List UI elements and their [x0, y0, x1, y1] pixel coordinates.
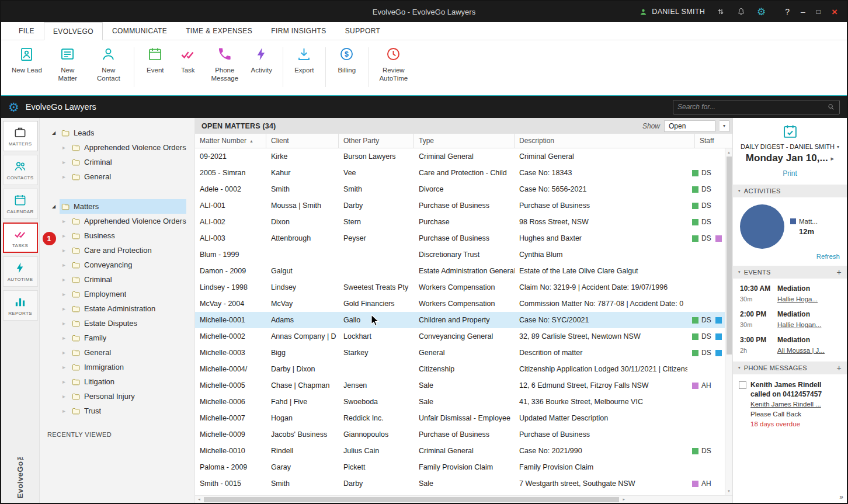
tree-item[interactable]: ▸ Immigration	[40, 360, 194, 374]
tree-collapsed-icon[interactable]: ▸	[62, 305, 70, 312]
tree-item[interactable]: ▸ General	[40, 345, 194, 360]
user-menu[interactable]: DANIEL SMITH	[639, 8, 705, 16]
tree-item-matters[interactable]: ◢ Matters	[40, 199, 194, 214]
event-item[interactable]: 3:00 PM 2h Mediation Ali Moussa | J...	[733, 330, 847, 356]
matter-row[interactable]: 2005 - Simran Kahur Vee Care and Protect…	[195, 165, 725, 181]
sidebar-item-autotime[interactable]: AUTOTIME	[3, 256, 38, 287]
tree-item-leads[interactable]: ◢ Leads	[40, 126, 194, 140]
column-header-staff[interactable]: Staff	[695, 134, 732, 148]
matter-row[interactable]: Adele - 0002 Smith Smith Divorce Case No…	[195, 181, 725, 197]
settings-gear-icon[interactable]: ⚙	[757, 7, 766, 17]
tree-collapsed-icon[interactable]: ▸	[62, 144, 70, 151]
export-button[interactable]: Export	[290, 44, 319, 95]
tree-collapsed-icon[interactable]: ▸	[62, 173, 70, 180]
matter-row[interactable]: Michelle-0009 Jacobs' Business Giannopou…	[195, 426, 725, 443]
tree-item[interactable]: ▸ Personal Injury	[40, 389, 194, 404]
add-event-button[interactable]: +	[837, 267, 842, 277]
sidebar-item-matters[interactable]: MATTERS	[3, 121, 38, 151]
digest-title-dropdown[interactable]: DAILY DIGEST - DANIEL SMITH ▾	[738, 143, 842, 150]
horizontal-scroll-thumb[interactable]	[204, 497, 619, 502]
tree-collapsed-icon[interactable]: ▸	[62, 247, 70, 253]
close-button[interactable]: ×	[832, 7, 837, 17]
show-filter-dropdown[interactable]: Open	[664, 120, 715, 132]
matter-row[interactable]: Damon - 2009 Galgut Estate Administratio…	[195, 263, 725, 279]
sidebar-item-tasks[interactable]: TASKS 1	[3, 223, 38, 253]
recently-viewed-label[interactable]: RECENTLY VIEWED	[40, 431, 194, 438]
event-contact-link[interactable]: Ali Moussa | J...	[777, 347, 842, 354]
tree-collapsed-icon[interactable]: ▸	[62, 364, 70, 370]
tree-collapsed-icon[interactable]: ▸	[62, 218, 70, 224]
matter-row[interactable]: Paloma - 2009 Garay Pickett Family Provi…	[195, 459, 725, 475]
new-matter-button[interactable]: New Matter	[49, 44, 86, 95]
column-header-other-party[interactable]: Other Party	[339, 134, 414, 148]
new-lead-button[interactable]: New Lead	[8, 44, 46, 95]
show-filter-dropdown-arrow[interactable]: ▾	[720, 120, 729, 132]
matter-row[interactable]: Michelle-0003 Bigg Starkey General Descr…	[195, 345, 725, 361]
tree-item[interactable]: ▸ Employment	[40, 287, 194, 301]
event-item[interactable]: 2:00 PM 30m Mediation Hallie Hogan...	[733, 304, 847, 330]
sync-icon[interactable]	[716, 7, 725, 16]
search-icon[interactable]	[827, 103, 835, 111]
tree-collapsed-icon[interactable]: ▸	[62, 232, 70, 239]
matter-row[interactable]: Blum - 1999 Discretionary Trust Cynthia …	[195, 246, 725, 263]
tab-support[interactable]: SUPPORT	[336, 22, 390, 40]
tree-item[interactable]: ▸ Criminal	[40, 155, 194, 169]
matter-row[interactable]: 09-2021 Kirke Burson Lawyers Criminal Ge…	[195, 148, 725, 165]
billing-button[interactable]: Billing	[332, 44, 362, 95]
sidebar-item-contacts[interactable]: CONTACTS	[3, 155, 38, 185]
activity-button[interactable]: Activity	[247, 44, 276, 95]
matter-row[interactable]: ALI-001 Moussa | Smith Darby Purchase of…	[195, 197, 725, 214]
scroll-right-icon[interactable]: ►	[622, 495, 625, 503]
tree-item[interactable]: ▸ Estate Administration	[40, 301, 194, 316]
matter-row[interactable]: Michelle-0001 Adams Gallo Children and P…	[195, 312, 725, 328]
vertical-scrollbar[interactable]: ▲ ▼	[725, 148, 732, 495]
search-input[interactable]	[677, 103, 823, 111]
vertical-scroll-thumb[interactable]	[727, 157, 732, 354]
matter-row[interactable]: Smith - 0015 Smith Darby Sale 7 Westgart…	[195, 475, 725, 492]
matter-row[interactable]: Michelle-0002 Annas Company | D Lockhart…	[195, 328, 725, 345]
tree-item[interactable]: ▸ Conveyancing	[40, 258, 194, 272]
task-button[interactable]: Task	[173, 44, 203, 95]
tree-collapsed-icon[interactable]: ▸	[62, 378, 70, 385]
horizontal-scrollbar[interactable]: ◄ ►	[195, 495, 732, 503]
tree-expanded-icon[interactable]: ◢	[52, 130, 60, 135]
tab-file[interactable]: FILE	[9, 22, 44, 40]
review-autotime-button[interactable]: Review AutoTime	[375, 44, 412, 95]
tab-communicate[interactable]: COMMUNICATE	[103, 22, 176, 40]
sidebar-item-reports[interactable]: REPORTS	[3, 290, 38, 321]
matter-row[interactable]: Lindsey - 1998 Lindsey Sweetest Treats P…	[195, 279, 725, 296]
tab-time-expenses[interactable]: TIME & EXPENSES	[176, 22, 262, 40]
tree-collapsed-icon[interactable]: ▸	[62, 159, 70, 165]
tree-collapsed-icon[interactable]: ▸	[62, 349, 70, 356]
print-link[interactable]: Print	[738, 169, 842, 178]
minimize-button[interactable]: –	[801, 7, 805, 16]
tree-collapsed-icon[interactable]: ▸	[62, 262, 70, 268]
event-contact-link[interactable]: Hallie Hogan...	[777, 321, 842, 328]
phone-message-item[interactable]: Kenith James Rindell called on 041245745…	[733, 374, 847, 427]
bell-icon[interactable]	[736, 7, 746, 16]
matter-row[interactable]: ALI-003 Attenbrough Peyser Purchase of B…	[195, 230, 725, 246]
phone-messages-section-header[interactable]: ▾ PHONE MESSAGES +	[733, 362, 847, 374]
tree-item[interactable]: ▸ Family	[40, 331, 194, 345]
activities-section-header[interactable]: ▾ ACTIVITIES	[733, 185, 847, 197]
tree-item[interactable]: ▸ General	[40, 169, 194, 184]
refresh-link[interactable]: Refresh	[816, 253, 840, 260]
tree-item[interactable]: ▸ Apprehended Violence Orders	[40, 140, 194, 155]
tree-collapsed-icon[interactable]: ▸	[62, 320, 70, 326]
scroll-down-icon[interactable]: ▼	[727, 487, 731, 495]
column-header-type[interactable]: Type	[414, 134, 515, 148]
tree-expanded-icon[interactable]: ◢	[52, 204, 60, 209]
global-search[interactable]	[673, 100, 840, 114]
new-contact-button[interactable]: New Contact	[90, 44, 127, 95]
event-button[interactable]: Event	[141, 44, 170, 95]
message-checkbox[interactable]	[739, 381, 746, 389]
phone-message-button[interactable]: Phone Message	[206, 44, 244, 95]
tree-item[interactable]: ▸ Business	[40, 228, 194, 243]
tree-item[interactable]: ▸ Criminal	[40, 272, 194, 287]
tab-firm-insights[interactable]: FIRM INSIGHTS	[262, 22, 336, 40]
collapse-panel-button[interactable]: »	[839, 493, 843, 501]
app-settings-gear-icon[interactable]: ⚙	[8, 101, 19, 113]
matter-row[interactable]: Michelle-0004/ Darby | Dixon Citizenship…	[195, 361, 725, 377]
matter-row[interactable]: McVay - 2004 McVay Gold Financiers Worke…	[195, 296, 725, 312]
event-contact-link[interactable]: Hallie Hoga...	[777, 296, 842, 303]
